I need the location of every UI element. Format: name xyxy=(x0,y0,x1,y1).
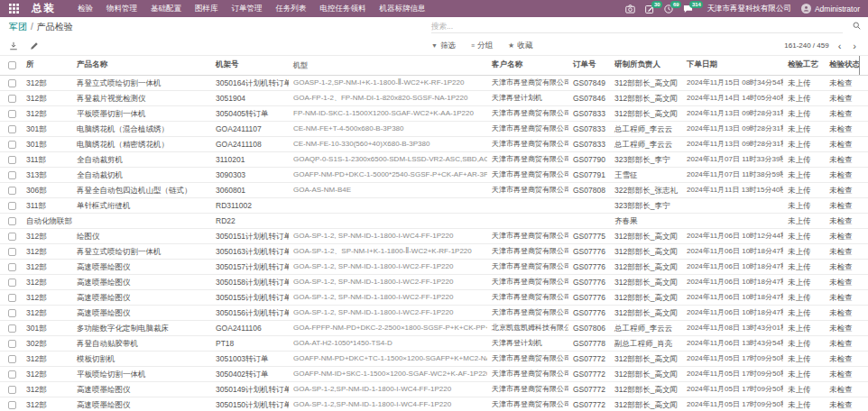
table-row[interactable]: 312部高速喷墨绘图仪3050155计划机转订单GOA-SP-1-2, SP-N… xyxy=(0,289,868,305)
column-header-dept[interactable]: 所 xyxy=(22,56,72,75)
group-by-button[interactable]: ≡ 分组 xyxy=(471,41,493,51)
menu-item-2[interactable]: 基础配置 xyxy=(151,4,181,14)
table-row[interactable]: 301部电脑绣花机（混合植绒绣）GOA2411107CE-NM-FE+T-4-5… xyxy=(0,121,868,136)
row-checkbox[interactable] xyxy=(8,125,16,133)
table-row[interactable]: 312部绘图仪3050151计划机转订单GOA-SP-1-2, SP-NM-ID… xyxy=(0,228,868,243)
row-checkbox[interactable] xyxy=(8,156,16,164)
column-header-status[interactable]: 检验状态 xyxy=(825,56,859,75)
activities-icon[interactable]: 30 xyxy=(645,5,654,14)
row-checkbox[interactable] xyxy=(8,340,16,348)
clipped-cell-edge xyxy=(859,167,868,182)
table-row[interactable]: 312部高速喷墨绘图仪3050149计划机转订单GOA-SP-1-2,SP-NM… xyxy=(0,381,868,397)
table-row[interactable]: 302部再登自动贴胶带机PT18GOA-AT-H2-1050*1450-TS4-… xyxy=(0,335,868,351)
menu-item-3[interactable]: 图样库 xyxy=(195,4,218,14)
cell-owner: 312部部长_高文闻 xyxy=(610,305,682,320)
table-row[interactable]: 312部平板喷墨切割一体机3050405转订单FP-NM-ID-SKC-1-15… xyxy=(0,105,868,121)
cell-customer: 天津再登计划机 xyxy=(487,90,568,105)
user-menu[interactable]: Administrator xyxy=(801,4,860,14)
row-checkbox[interactable] xyxy=(8,217,16,225)
funnel-icon: ▼ xyxy=(431,42,438,49)
table-row[interactable]: 312部再登立式喷绘切割一体机3050163计划机转订单GOA-SP-1-2、S… xyxy=(0,243,868,259)
row-checkbox[interactable] xyxy=(8,95,16,103)
company-switcher[interactable]: 天津市再登科技有限公司 xyxy=(706,4,791,14)
pager-next[interactable]: › xyxy=(850,41,859,50)
menu-item-0[interactable]: 检验 xyxy=(78,4,93,14)
cell-process: 未上传 xyxy=(783,90,825,105)
table-row[interactable]: 301部电脑绣花机（精密绣花机）GOA2411108CE-NM-FE-10-33… xyxy=(0,136,868,151)
menu-item-5[interactable]: 任务列表 xyxy=(276,4,307,14)
user-name: Administrator xyxy=(815,5,860,14)
favorites-button[interactable]: ★ 收藏 xyxy=(508,41,532,51)
column-header-order[interactable]: 订单号 xyxy=(568,56,610,75)
table-row[interactable]: 311部单针框式绗缝机RD311002323部部长_李宁未上传未检查 xyxy=(0,197,868,213)
row-checkbox[interactable] xyxy=(8,263,16,271)
table-row[interactable]: 自动化物联部RD22齐春果未上传未检查 xyxy=(0,213,868,228)
menu-item-7[interactable]: 机器标牌信息 xyxy=(380,4,426,14)
table-row[interactable]: 306部再登全自动包四边机山型（链式）3060801GOA-AS-NM-B4E天… xyxy=(0,182,868,197)
table-row[interactable]: 312部高速喷墨绘图仪3050150计划机转订单GOA-SP-1-2,SP-NM… xyxy=(0,397,868,411)
breadcrumb-parent[interactable]: 军团 xyxy=(9,21,27,33)
column-header-product[interactable]: 产品名称 xyxy=(72,56,211,75)
row-checkbox[interactable] xyxy=(8,171,16,179)
camera-icon[interactable] xyxy=(625,5,635,14)
row-checkbox[interactable] xyxy=(8,110,16,118)
column-header-process[interactable]: 检验工艺 xyxy=(783,56,825,75)
menu-item-4[interactable]: 订单管理 xyxy=(232,4,263,14)
apps-grid-icon[interactable] xyxy=(8,4,19,14)
row-checkbox[interactable] xyxy=(8,202,16,210)
row-checkbox[interactable] xyxy=(8,386,16,394)
menu-item-1[interactable]: 物料管理 xyxy=(106,4,137,14)
row-checkbox[interactable] xyxy=(8,248,16,256)
table-row[interactable]: 312部平板喷绘切割一体机3050402转订单GOAFP-NM-ID+SKC-1… xyxy=(0,366,868,381)
select-all-checkbox[interactable] xyxy=(8,61,16,69)
row-checkbox[interactable] xyxy=(8,370,16,379)
column-header-customer[interactable]: 客户名称 xyxy=(487,56,568,75)
clock-icon[interactable]: 69 xyxy=(664,5,673,14)
filter-button[interactable]: ▼ 筛选 xyxy=(431,41,456,51)
cell-status: 未检查 xyxy=(825,213,859,228)
search-input[interactable]: 搜索... xyxy=(431,21,843,33)
column-header-frame[interactable]: 机架号 xyxy=(211,56,289,75)
row-checkbox[interactable] xyxy=(8,324,16,333)
table-row[interactable]: 312部模板切割机3051003转订单GOAFP-NM-PD+DKC+TC-1-… xyxy=(0,351,868,366)
pager-range[interactable]: 161-240 / 459 xyxy=(784,41,828,50)
app-name[interactable]: 总装 xyxy=(32,2,56,15)
row-checkbox[interactable] xyxy=(8,294,16,302)
table-row[interactable]: 312部再登立式喷绘切割一体机3050164计划机转订单GOASP-1-2,SP… xyxy=(0,75,868,90)
row-checkbox[interactable] xyxy=(8,141,16,149)
column-header-model[interactable]: 机型 xyxy=(289,56,487,75)
row-checkbox[interactable] xyxy=(8,401,16,409)
cell-frame: GOA2411107 xyxy=(211,121,289,136)
row-checkbox[interactable] xyxy=(8,79,16,87)
row-checkbox[interactable] xyxy=(8,309,16,317)
row-checkbox-cell xyxy=(0,381,22,397)
cell-date: 2024年11月14日 14时05分40秒 xyxy=(682,90,783,105)
table-row[interactable]: 312部再登裁片视觉检测仪3051904GOA-FP-1-2、FP-NM-DI-… xyxy=(0,90,868,105)
cell-process: 未上传 xyxy=(783,151,825,167)
column-header-date[interactable]: 下单日期 xyxy=(682,56,783,75)
row-checkbox[interactable] xyxy=(8,355,16,363)
table-row[interactable]: 311部全自动裁剪机3110201GOAQP-0-S1S-1-2300x6500… xyxy=(0,151,868,167)
messages-icon[interactable]: 314 xyxy=(683,5,693,14)
cell-dept: 311部 xyxy=(22,197,72,213)
table-row[interactable]: 312部高速喷墨绘图仪3050157计划机转订单GOA-SP-1-2, SP-N… xyxy=(0,259,868,274)
cell-status: 未检查 xyxy=(825,182,859,197)
main-menu: 检验物料管理基础配置图样库订单管理任务列表电控任务领料机器标牌信息 xyxy=(78,4,426,14)
row-checkbox[interactable] xyxy=(8,187,16,195)
menu-item-6[interactable]: 电控任务领料 xyxy=(320,4,366,14)
table-row[interactable]: 312部高速喷墨绘图仪3050158计划机转订单GOA-SP-1-2, SP-N… xyxy=(0,274,868,289)
search-icon[interactable] xyxy=(853,22,861,30)
pager-prev[interactable]: ‹ xyxy=(836,41,845,50)
cell-order: GS07790 xyxy=(568,151,610,167)
table-row[interactable]: 313部全自动裁切机3090303GOAFP-NM-PD+DKC-1-5000*… xyxy=(0,167,868,182)
row-checkbox[interactable] xyxy=(8,279,16,287)
cell-owner: 总工程师_李云云 xyxy=(610,121,682,136)
row-checkbox[interactable] xyxy=(8,233,16,241)
table-row[interactable]: 312部高速喷墨绘图仪3050156计划机转订单GOA-SP-1-2, SP-N… xyxy=(0,305,868,320)
cell-product: 全自动裁剪机 xyxy=(72,151,211,167)
column-header-owner[interactable]: 研制所负责人 xyxy=(610,56,682,75)
cell-dept: 312部 xyxy=(22,305,72,320)
export-download-icon[interactable] xyxy=(9,41,18,50)
table-row[interactable]: 301部多功能数字化定制电脑裁床GOA2411106GOA-FPFP-NM-PD… xyxy=(0,320,868,335)
edit-pencil-icon[interactable] xyxy=(30,41,39,50)
